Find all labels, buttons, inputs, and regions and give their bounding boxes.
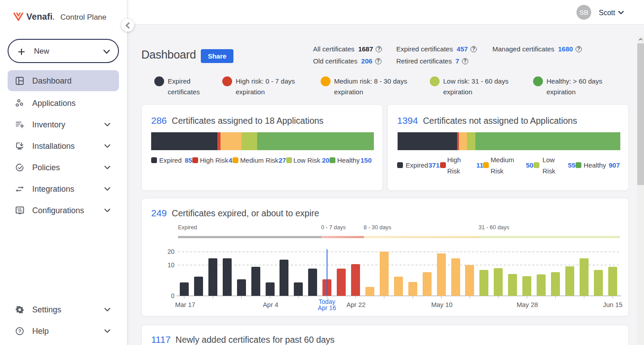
svg-text:Jun 15: Jun 15 xyxy=(603,301,623,308)
svg-text:May 10: May 10 xyxy=(431,301,453,308)
svg-text:Mar 17: Mar 17 xyxy=(175,301,195,308)
svg-text:Apr 22: Apr 22 xyxy=(347,301,366,308)
svg-text:May 28: May 28 xyxy=(517,301,538,308)
svg-text:10: 10 xyxy=(167,261,174,269)
svg-text:20: 20 xyxy=(167,248,174,255)
svg-text:0: 0 xyxy=(171,292,174,299)
svg-text:Apr 4: Apr 4 xyxy=(263,301,279,308)
svg-text:Apr 16: Apr 16 xyxy=(318,304,336,311)
svg-text:?: ? xyxy=(18,328,21,334)
